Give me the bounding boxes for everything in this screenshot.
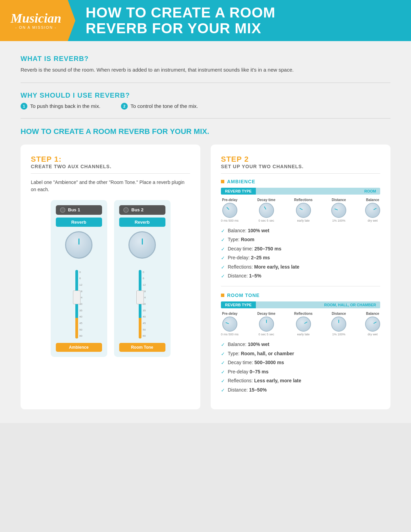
room-tone-knob-predelay-dial bbox=[222, 317, 237, 332]
room-tone-reverb-type-bar: REVERB TYPE ROOM, HALL, OR CHAMBER bbox=[221, 301, 380, 308]
room-tone-section: ROOM TONE REVERB TYPE ROOM, HALL, OR CHA… bbox=[221, 293, 380, 394]
bus1-knob-tick bbox=[78, 238, 79, 245]
room-tone-knob-balance: Balance dry wet bbox=[365, 312, 380, 336]
why-number-1: 1 bbox=[21, 103, 27, 110]
step1-desc: Label one "Ambience" and the other "Room… bbox=[31, 179, 190, 193]
why-item-2: 2 To control the tone of the mix. bbox=[121, 103, 198, 110]
room-tone-label: ROOM TONE bbox=[221, 293, 380, 298]
bus2-fader-scale: 0 6 12 18 24 30 35 40 45 50 60 bbox=[143, 270, 146, 338]
ambience-check-type: ✓ Type: Room bbox=[221, 236, 380, 244]
ambience-knob-distance: Distance 1% 100% bbox=[331, 198, 346, 222]
what-is-reverb-heading: WHAT IS REVERB? bbox=[21, 55, 390, 63]
bus2-fader-track bbox=[139, 270, 141, 338]
logo-sub-text: - ON A MISSION - bbox=[11, 25, 61, 29]
ambience-reverb-type-left: REVERB TYPE bbox=[221, 188, 256, 195]
ambience-knob-reflections-dial bbox=[296, 203, 311, 218]
ambience-check-balance: ✓ Balance: 100% wet bbox=[221, 227, 380, 235]
bus1-channel: Bus 1 Reverb 0 6 12 bbox=[51, 200, 107, 357]
room-tone-knob-row: Pre-delay 0 ms 500 ms Decay time 0 sec 5… bbox=[221, 312, 380, 336]
step2-subtitle: SET UP YOUR TWO CHANNELS. bbox=[221, 164, 380, 174]
ambience-check-decay: ✓ Decay time: 250–750 ms bbox=[221, 246, 380, 253]
step2-title: STEP 2 bbox=[221, 155, 380, 164]
bus2-fader-section: 0 6 12 18 24 30 35 40 45 50 60 bbox=[139, 263, 146, 338]
channel2-name-btn[interactable]: Room Tone bbox=[119, 343, 165, 352]
room-tone-check-decay: ✓ Decay time: 500–3000 ms bbox=[221, 359, 380, 367]
bus1-label: Bus 1 bbox=[68, 207, 80, 212]
bus1-fader-orange bbox=[75, 318, 78, 338]
bus2-channel: Bus 2 Reverb 0 6 12 bbox=[114, 200, 171, 357]
bus-channels: Bus 1 Reverb 0 6 12 bbox=[31, 200, 190, 357]
ambience-knob-predelay: Pre-delay 0 ms 500 ms bbox=[221, 198, 239, 222]
room-tone-check-distance: ✓ Distance: 15–50% bbox=[221, 387, 380, 394]
main-content: WHAT IS REVERB? Reverb is the sound of t… bbox=[0, 41, 411, 423]
divider-2 bbox=[21, 118, 390, 119]
step1-subtitle: CREATE TWO AUX CHANNELS. bbox=[31, 164, 190, 174]
room-tone-knob-distance: Distance 1% 100% bbox=[331, 312, 346, 336]
what-is-reverb-text: Reverb is the sound of the room. When re… bbox=[21, 66, 390, 74]
why-list: 1 To push things back in the mix. 2 To c… bbox=[21, 103, 390, 110]
ambience-knob-predelay-dial bbox=[222, 203, 237, 218]
room-tone-knob-distance-dial bbox=[331, 317, 346, 332]
bus2-label: Bus 2 bbox=[132, 207, 144, 212]
step1-title: STEP 1: bbox=[31, 155, 190, 164]
ambience-knob-distance-dial bbox=[331, 203, 346, 218]
main-title: HOW TO CREATE A ROOM REVERB FOR YOUR MIX bbox=[86, 5, 275, 36]
two-columns: STEP 1: CREATE TWO AUX CHANNELS. Label o… bbox=[21, 145, 390, 409]
bus1-fader-section: 0 6 12 18 24 30 35 40 45 50 60 bbox=[75, 263, 83, 338]
bus2-fader-handle[interactable] bbox=[136, 290, 144, 304]
bus1-circle bbox=[60, 207, 65, 213]
what-is-reverb-section: WHAT IS REVERB? Reverb is the sound of t… bbox=[21, 55, 390, 74]
divider-1 bbox=[21, 83, 390, 83]
reverb1-btn[interactable]: Reverb bbox=[56, 218, 102, 227]
header: Musician - ON A MISSION - HOW TO CREATE … bbox=[0, 0, 411, 41]
room-tone-check-reflections: ✓ Reflections: Less early, more late bbox=[221, 378, 380, 385]
why-text-2: To control the tone of the mix. bbox=[130, 103, 198, 109]
ambience-knob-balance-dial bbox=[365, 203, 380, 218]
logo-musician-text: Musician bbox=[11, 12, 61, 25]
ambience-check-reflections: ✓ Reflections: More early, less late bbox=[221, 264, 380, 271]
ambience-knob-decay: Decay time 0 sec 5 sec bbox=[257, 198, 275, 222]
ambience-reverb-type-bar: REVERB TYPE ROOM bbox=[221, 188, 380, 195]
ambience-reverb-type-right: ROOM bbox=[256, 188, 380, 195]
room-tone-knob-decay: Decay time 0 sec 5 sec bbox=[257, 312, 275, 336]
why-reverb-heading: WHY SHOULD I USE REVERB? bbox=[21, 91, 390, 99]
how-heading: HOW TO CREATE A ROOM REVERB FOR YOUR MIX… bbox=[21, 127, 390, 136]
ambience-label: AMBIENCE bbox=[221, 179, 380, 184]
room-tone-knob-reflections-dial bbox=[296, 317, 311, 332]
ambience-knob-decay-dial bbox=[259, 203, 274, 218]
logo: Musician - ON A MISSION - bbox=[0, 0, 75, 41]
room-tone-reverb-type-right: ROOM, HALL, OR CHAMBER bbox=[256, 301, 380, 308]
room-tone-check-predelay: ✓ Pre-delay 0–75 ms bbox=[221, 369, 380, 376]
why-number-2: 2 bbox=[121, 103, 128, 110]
bus1-fader-handle[interactable] bbox=[73, 290, 80, 304]
ambience-knob-row: Pre-delay 0 ms 500 ms Decay time 0 sec 5… bbox=[221, 198, 380, 222]
channel1-name-btn[interactable]: Ambience bbox=[56, 343, 102, 352]
ambience-section: AMBIENCE REVERB TYPE ROOM Pre-delay 0 ms… bbox=[221, 179, 380, 280]
bus1-knob bbox=[65, 231, 92, 259]
bus1-fader-scale: 0 6 12 18 24 30 35 40 45 50 60 bbox=[79, 270, 83, 338]
ambience-check-distance: ✓ Distance: 1–5% bbox=[221, 273, 380, 280]
ambience-knob-reflections: Reflections early late bbox=[294, 198, 313, 222]
bus2-knob-tick bbox=[142, 238, 143, 245]
room-tone-reverb-type-left: REVERB TYPE bbox=[221, 301, 256, 308]
ambience-check-predelay: ✓ Pre-delay: 2–25 ms bbox=[221, 255, 380, 262]
room-tone-check-balance: ✓ Balance: 100% wet bbox=[221, 341, 380, 348]
room-tone-check-list: ✓ Balance: 100% wet ✓ Type: Room, hall, … bbox=[221, 341, 380, 394]
bus2-knob bbox=[128, 231, 156, 259]
room-tone-knob-decay-dial bbox=[259, 317, 274, 332]
bus2-fader-orange bbox=[139, 318, 141, 338]
ambience-check-list: ✓ Balance: 100% wet ✓ Type: Room ✓ Decay… bbox=[221, 227, 380, 280]
bus1-header: Bus 1 bbox=[56, 205, 102, 215]
room-tone-knob-reflections: Reflections early late bbox=[294, 312, 313, 336]
room-tone-knob-predelay: Pre-delay 0 ms 500 ms bbox=[221, 312, 239, 336]
step2-card: STEP 2 SET UP YOUR TWO CHANNELS. AMBIENC… bbox=[211, 145, 390, 409]
why-text-1: To push things back in the mix. bbox=[30, 103, 100, 109]
bus2-header: Bus 2 bbox=[119, 205, 165, 215]
header-title: HOW TO CREATE A ROOM REVERB FOR YOUR MIX bbox=[75, 0, 411, 41]
ambience-knob-balance: Balance dry wet bbox=[365, 198, 380, 222]
room-tone-check-type: ✓ Type: Room, hall, or chamber bbox=[221, 350, 380, 358]
reverb2-btn[interactable]: Reverb bbox=[119, 218, 165, 227]
why-reverb-section: WHY SHOULD I USE REVERB? 1 To push thing… bbox=[21, 91, 390, 110]
bus1-fader-track bbox=[75, 270, 78, 338]
step1-card: STEP 1: CREATE TWO AUX CHANNELS. Label o… bbox=[21, 145, 200, 409]
